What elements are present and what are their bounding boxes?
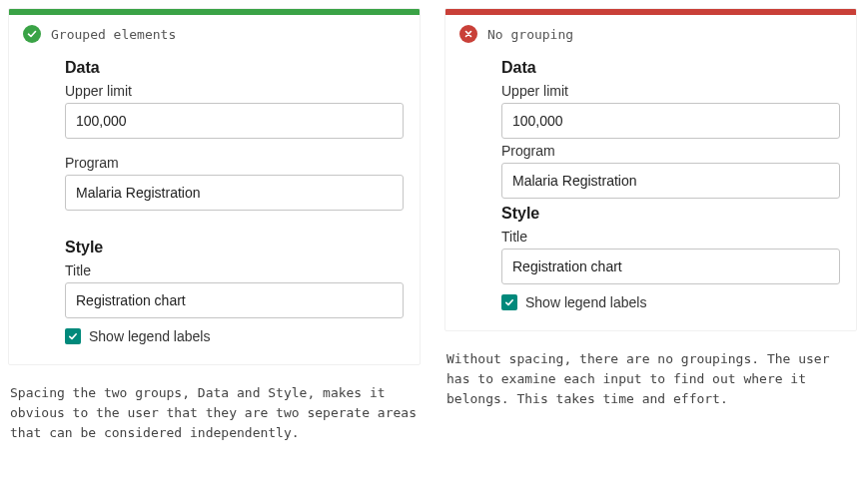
- x-icon: [459, 25, 477, 43]
- title-input[interactable]: [65, 282, 404, 318]
- program-input[interactable]: [65, 175, 404, 211]
- data-section-title: Data: [501, 59, 840, 77]
- good-card-body: Data Upper limit Program Style Title Sho…: [9, 51, 420, 364]
- checkbox-checked-icon: [501, 294, 517, 310]
- title-label: Title: [501, 229, 840, 245]
- bad-card: No grouping Data Upper limit Program Sty…: [444, 8, 857, 331]
- show-legend-checkbox-row[interactable]: Show legend labels: [65, 328, 404, 344]
- checkbox-checked-icon: [65, 328, 81, 344]
- title-label: Title: [65, 262, 404, 278]
- program-label: Program: [501, 143, 840, 159]
- bad-card-body: Data Upper limit Program Style Title Sho…: [445, 51, 856, 330]
- good-column: Grouped elements Data Upper limit Progra…: [8, 8, 421, 443]
- good-card-header: Grouped elements: [9, 15, 420, 51]
- data-section-title: Data: [65, 59, 404, 77]
- bad-card-header: No grouping: [445, 15, 856, 51]
- title-input[interactable]: [501, 249, 840, 284]
- bad-column: No grouping Data Upper limit Program Sty…: [444, 8, 857, 443]
- program-label: Program: [65, 155, 404, 171]
- upper-limit-input[interactable]: [65, 103, 404, 139]
- show-legend-label: Show legend labels: [89, 328, 210, 344]
- good-caption: Spacing the two groups, Data and Style, …: [8, 383, 421, 443]
- good-card: Grouped elements Data Upper limit Progra…: [8, 8, 421, 365]
- upper-limit-label: Upper limit: [501, 83, 840, 99]
- comparison-container: Grouped elements Data Upper limit Progra…: [8, 8, 857, 443]
- upper-limit-label: Upper limit: [65, 83, 404, 99]
- style-section-title: Style: [501, 205, 840, 223]
- check-icon: [23, 25, 41, 43]
- upper-limit-input[interactable]: [501, 103, 840, 139]
- show-legend-checkbox-row[interactable]: Show legend labels: [501, 294, 840, 310]
- bad-header-label: No grouping: [487, 27, 573, 42]
- program-input[interactable]: [501, 163, 840, 199]
- good-header-label: Grouped elements: [51, 27, 176, 42]
- show-legend-label: Show legend labels: [525, 294, 646, 310]
- bad-caption: Without spacing, there are no groupings.…: [444, 349, 857, 409]
- style-section-title: Style: [65, 239, 404, 256]
